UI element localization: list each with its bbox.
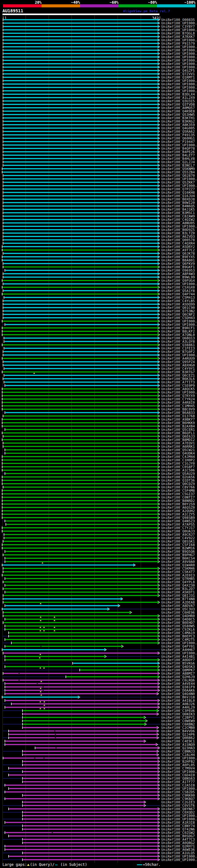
alignment-bar[interactable] (23, 717, 144, 718)
alignment-bar[interactable] (5, 690, 158, 691)
alignment-bar[interactable] (3, 544, 158, 545)
alignment-bar[interactable] (9, 788, 158, 789)
alignment-bar[interactable] (3, 483, 158, 484)
alignment-bar[interactable] (3, 476, 158, 477)
alignment-bar[interactable] (3, 432, 158, 434)
alignment-bar[interactable] (3, 503, 158, 505)
alignment-bar[interactable] (4, 310, 158, 312)
alignment-bar[interactable] (23, 829, 158, 830)
alignment-bar[interactable] (23, 710, 157, 711)
alignment-bar[interactable] (4, 151, 158, 152)
alignment-bar[interactable] (23, 859, 158, 860)
alignment-bar[interactable] (4, 155, 158, 156)
alignment-bar[interactable] (4, 87, 158, 88)
alignment-bar[interactable] (3, 490, 158, 491)
alignment-bar[interactable] (23, 818, 158, 820)
alignment-bar[interactable] (23, 815, 158, 816)
alignment-bar[interactable] (9, 737, 157, 738)
alignment-bar[interactable] (4, 442, 158, 444)
alignment-bar[interactable] (5, 561, 158, 562)
alignment-bar[interactable] (4, 680, 158, 681)
alignment-bar[interactable] (3, 409, 158, 410)
alignment-bar[interactable] (23, 781, 158, 782)
alignment-bar[interactable] (4, 141, 158, 142)
alignment-bar[interactable] (3, 500, 158, 501)
alignment-bar[interactable] (4, 97, 158, 98)
alignment-bar[interactable] (9, 774, 158, 776)
alignment-bar[interactable] (4, 84, 158, 85)
alignment-bar[interactable] (5, 558, 158, 559)
alignment-bar[interactable] (4, 70, 158, 71)
alignment-bar[interactable] (5, 683, 158, 684)
alignment-bar[interactable] (4, 77, 158, 78)
alignment-bar[interactable] (3, 459, 158, 461)
alignment-bar[interactable] (3, 334, 158, 335)
alignment-bar[interactable] (5, 656, 104, 657)
alignment-bar[interactable] (4, 612, 129, 613)
alignment-bar[interactable] (4, 23, 158, 24)
alignment-bar[interactable] (23, 778, 158, 779)
alignment-bar[interactable] (66, 676, 158, 677)
alignment-bar[interactable] (4, 185, 158, 186)
alignment-bar[interactable] (4, 290, 158, 291)
alignment-bar[interactable] (23, 852, 158, 854)
alignment-bar[interactable] (3, 456, 158, 457)
alignment-bar[interactable] (5, 646, 121, 647)
alignment-bar[interactable] (4, 26, 158, 27)
alignment-bar[interactable] (9, 731, 157, 732)
alignment-bar[interactable] (4, 226, 158, 227)
alignment-bar[interactable] (4, 63, 158, 64)
alignment-bar[interactable] (4, 757, 158, 759)
alignment-bar[interactable] (9, 768, 158, 769)
alignment-bar[interactable] (4, 80, 158, 81)
alignment-bar[interactable] (5, 385, 158, 386)
alignment-bar[interactable] (4, 198, 158, 200)
alignment-bar[interactable] (4, 212, 158, 213)
alignment-bar[interactable] (5, 605, 118, 606)
alignment-bar[interactable] (3, 246, 158, 247)
alignment-bar[interactable] (23, 795, 158, 796)
alignment-bar[interactable] (3, 422, 158, 423)
alignment-bar[interactable] (5, 453, 158, 454)
alignment-bar[interactable] (5, 270, 158, 271)
alignment-bar[interactable] (23, 825, 158, 827)
alignment-bar[interactable] (5, 578, 158, 579)
alignment-bar[interactable] (4, 66, 158, 68)
alignment-bar[interactable] (4, 56, 158, 58)
alignment-bar[interactable] (4, 33, 158, 34)
alignment-bar[interactable] (3, 517, 158, 518)
alignment-bar[interactable] (4, 300, 158, 302)
alignment-bar[interactable] (4, 243, 158, 244)
alignment-bar[interactable] (4, 595, 158, 596)
alignment-bar[interactable] (9, 636, 158, 637)
alignment-bar[interactable] (5, 629, 158, 630)
alignment-bar[interactable] (5, 791, 158, 793)
alignment-bar[interactable] (3, 480, 158, 481)
alignment-bar[interactable] (23, 727, 157, 728)
alignment-bar[interactable] (4, 145, 158, 146)
alignment-bar[interactable] (4, 50, 158, 51)
alignment-bar[interactable] (4, 253, 158, 254)
alignment-bar[interactable] (4, 263, 158, 264)
alignment-bar[interactable] (4, 307, 158, 308)
alignment-bar[interactable] (4, 314, 158, 315)
alignment-bar[interactable] (3, 466, 158, 467)
alignment-bar[interactable] (23, 751, 157, 752)
alignment-bar[interactable] (4, 622, 158, 623)
alignment-bar[interactable] (5, 832, 158, 833)
alignment-bar[interactable] (3, 439, 158, 440)
alignment-bar[interactable] (3, 530, 158, 532)
alignment-bar[interactable] (3, 287, 158, 288)
alignment-bar[interactable] (5, 551, 158, 552)
alignment-bar[interactable] (4, 192, 158, 193)
alignment-bar[interactable] (3, 358, 158, 359)
alignment-bar[interactable] (5, 348, 158, 349)
alignment-bar[interactable] (4, 602, 158, 603)
alignment-bar[interactable] (4, 90, 158, 91)
alignment-bar[interactable] (4, 188, 158, 190)
alignment-bar[interactable] (4, 351, 158, 352)
alignment-bar[interactable] (6, 524, 158, 525)
alignment-bar[interactable] (5, 591, 158, 593)
alignment-bar[interactable] (3, 649, 104, 650)
alignment-bar[interactable] (4, 111, 158, 112)
